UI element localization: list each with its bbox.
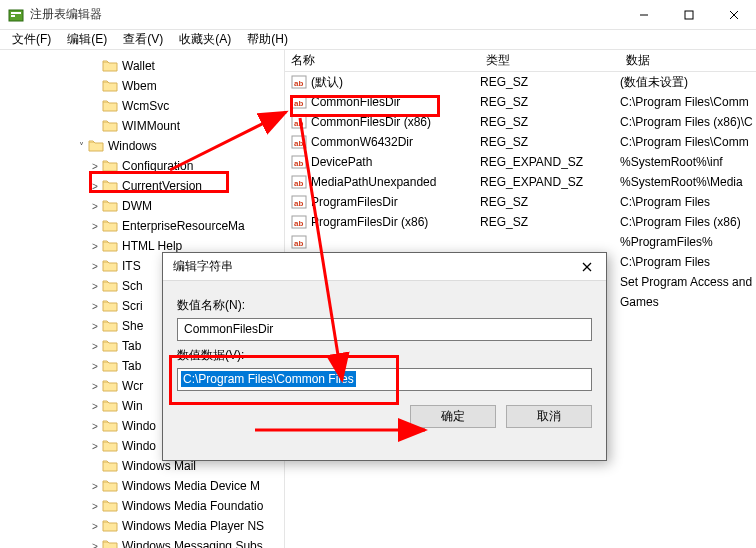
col-header-data[interactable]: 数据 — [620, 52, 756, 69]
tree-item[interactable]: Wbem — [0, 76, 284, 96]
cell-data: C:\Program Files\Comm — [620, 135, 756, 149]
string-value-icon: ab — [291, 94, 307, 110]
string-value-icon: ab — [291, 154, 307, 170]
tree-item[interactable]: >Windows Media Foundatio — [0, 496, 284, 516]
tree-expander-icon[interactable]: > — [88, 361, 102, 372]
tree-expander-icon[interactable]: > — [88, 281, 102, 292]
list-row[interactable]: abProgramFilesDirREG_SZC:\Program Files — [285, 192, 756, 212]
window-controls — [621, 0, 756, 30]
tree-item-label: Sch — [122, 279, 143, 293]
svg-rect-2 — [11, 15, 15, 17]
list-row[interactable]: ab%ProgramFiles% — [285, 232, 756, 252]
folder-icon — [102, 319, 118, 333]
tree-item-label: Windows — [108, 139, 157, 153]
tree-expander-icon[interactable]: > — [88, 541, 102, 549]
folder-icon — [102, 179, 118, 193]
tree-expander-icon[interactable]: > — [88, 301, 102, 312]
list-row[interactable]: abCommonFilesDir (x86)REG_SZC:\Program F… — [285, 112, 756, 132]
list-row[interactable]: abDevicePathREG_EXPAND_SZ%SystemRoot%\in… — [285, 152, 756, 172]
tree-item[interactable]: WcmSvc — [0, 96, 284, 116]
list-row[interactable]: abCommonW6432DirREG_SZC:\Program Files\C… — [285, 132, 756, 152]
cell-name: DevicePath — [311, 155, 480, 169]
tree-item-label: Tab — [122, 339, 141, 353]
cell-name: (默认) — [311, 74, 480, 91]
tree-expander-icon[interactable]: > — [88, 321, 102, 332]
cancel-button[interactable]: 取消 — [506, 405, 592, 428]
string-value-icon: ab — [291, 134, 307, 150]
string-value-icon: ab — [291, 234, 307, 250]
value-name-label: 数值名称(N): — [177, 297, 592, 314]
cell-name: CommonW6432Dir — [311, 135, 480, 149]
tree-expander-icon[interactable]: ˅ — [74, 141, 88, 152]
tree-expander-icon[interactable]: > — [88, 441, 102, 452]
tree-item[interactable]: WIMMount — [0, 116, 284, 136]
cell-type: REG_SZ — [480, 135, 620, 149]
tree-item[interactable]: Wallet — [0, 56, 284, 76]
svg-text:ab: ab — [294, 159, 303, 168]
string-value-icon: ab — [291, 174, 307, 190]
tree-item[interactable]: >Windows Media Device M — [0, 476, 284, 496]
tree-expander-icon[interactable]: > — [88, 221, 102, 232]
folder-icon — [102, 239, 118, 253]
tree-item[interactable]: >DWM — [0, 196, 284, 216]
tree-expander-icon[interactable]: > — [88, 241, 102, 252]
col-header-type[interactable]: 类型 — [480, 52, 620, 69]
edit-string-dialog: 编辑字符串 数值名称(N): CommonFilesDir 数值数据(V): C… — [162, 252, 607, 461]
folder-icon — [102, 459, 118, 473]
dialog-titlebar[interactable]: 编辑字符串 — [163, 253, 606, 281]
tree-expander-icon[interactable]: > — [88, 501, 102, 512]
ok-button[interactable]: 确定 — [410, 405, 496, 428]
col-header-name[interactable]: 名称 — [285, 52, 480, 69]
list-row[interactable]: ab(默认)REG_SZ(数值未设置) — [285, 72, 756, 92]
value-data-label: 数值数据(V): — [177, 347, 592, 364]
tree-item[interactable]: >Windows Media Player NS — [0, 516, 284, 536]
maximize-button[interactable] — [666, 0, 711, 30]
menu-help[interactable]: 帮助(H) — [239, 31, 296, 48]
menu-edit[interactable]: 编辑(E) — [59, 31, 115, 48]
folder-icon — [102, 159, 118, 173]
tree-item-label: She — [122, 319, 143, 333]
list-row[interactable]: abProgramFilesDir (x86)REG_SZC:\Program … — [285, 212, 756, 232]
close-button[interactable] — [711, 0, 756, 30]
string-value-icon: ab — [291, 194, 307, 210]
tree-expander-icon[interactable]: > — [88, 381, 102, 392]
tree-item[interactable]: ˅Windows — [0, 136, 284, 156]
svg-text:ab: ab — [294, 99, 303, 108]
minimize-button[interactable] — [621, 0, 666, 30]
cell-data: %SystemRoot%\inf — [620, 155, 756, 169]
dialog-close-button[interactable] — [572, 257, 602, 277]
tree-item-label: Tab — [122, 359, 141, 373]
folder-icon — [102, 399, 118, 413]
tree-item[interactable]: >Configuration — [0, 156, 284, 176]
folder-icon — [102, 419, 118, 433]
value-name-field[interactable]: CommonFilesDir — [177, 318, 592, 341]
tree-expander-icon[interactable]: > — [88, 261, 102, 272]
tree-expander-icon[interactable]: > — [88, 421, 102, 432]
menu-file[interactable]: 文件(F) — [4, 31, 59, 48]
tree-item-label: ITS — [122, 259, 141, 273]
tree-expander-icon[interactable]: > — [88, 341, 102, 352]
cell-data: C:\Program Files — [620, 195, 756, 209]
cell-type: REG_EXPAND_SZ — [480, 155, 620, 169]
tree-expander-icon[interactable]: > — [88, 481, 102, 492]
tree-item[interactable]: >CurrentVersion — [0, 176, 284, 196]
tree-item-label: Windo — [122, 419, 156, 433]
cell-type: REG_SZ — [480, 215, 620, 229]
list-row[interactable]: abCommonFilesDirREG_SZC:\Program Files\C… — [285, 92, 756, 112]
list-row[interactable]: abMediaPathUnexpandedREG_EXPAND_SZ%Syste… — [285, 172, 756, 192]
tree-expander-icon[interactable]: > — [88, 181, 102, 192]
tree-item-label: Wallet — [122, 59, 155, 73]
tree-expander-icon[interactable]: > — [88, 521, 102, 532]
tree-expander-icon[interactable]: > — [88, 161, 102, 172]
menu-favorites[interactable]: 收藏夹(A) — [171, 31, 239, 48]
tree-expander-icon[interactable]: > — [88, 201, 102, 212]
tree-item[interactable]: >Windows Messaging Subs — [0, 536, 284, 548]
svg-text:ab: ab — [294, 179, 303, 188]
value-data-field[interactable]: C:\Program Files\Common Files — [177, 368, 592, 391]
menu-view[interactable]: 查看(V) — [115, 31, 171, 48]
tree-item-label: EnterpriseResourceMa — [122, 219, 245, 233]
tree-item-label: Windo — [122, 439, 156, 453]
tree-item[interactable]: >EnterpriseResourceMa — [0, 216, 284, 236]
tree-expander-icon[interactable]: > — [88, 401, 102, 412]
cell-data: C:\Program Files\Comm — [620, 95, 756, 109]
